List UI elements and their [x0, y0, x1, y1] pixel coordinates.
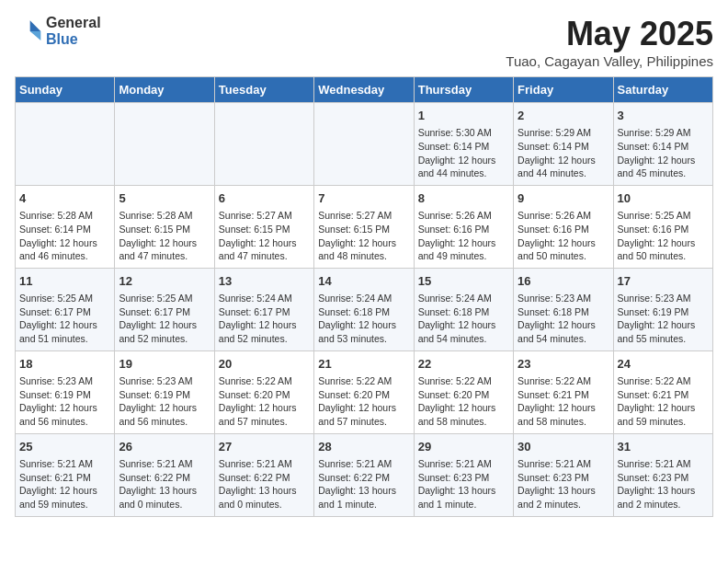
- header: General Blue May 2025 Tuao, Cagayan Vall…: [15, 15, 713, 69]
- day-info: Sunrise: 5:22 AM Sunset: 6:20 PM Dayligh…: [418, 374, 509, 429]
- day-number: 26: [119, 439, 210, 455]
- week-row-5: 25Sunrise: 5:21 AM Sunset: 6:21 PM Dayli…: [16, 433, 713, 516]
- day-number: 15: [418, 273, 509, 290]
- day-cell: 29Sunrise: 5:21 AM Sunset: 6:23 PM Dayli…: [414, 433, 513, 516]
- day-info: Sunrise: 5:28 AM Sunset: 6:14 PM Dayligh…: [19, 209, 110, 263]
- day-cell: 16Sunrise: 5:23 AM Sunset: 6:18 PM Dayli…: [514, 268, 613, 350]
- day-cell: 18Sunrise: 5:23 AM Sunset: 6:19 PM Dayli…: [16, 350, 115, 433]
- logo-icon: [15, 17, 42, 45]
- day-info: Sunrise: 5:27 AM Sunset: 6:15 PM Dayligh…: [318, 209, 409, 263]
- day-cell: 11Sunrise: 5:25 AM Sunset: 6:17 PM Dayli…: [16, 268, 115, 350]
- col-header-sunday: Sunday: [16, 77, 115, 103]
- day-cell: 10Sunrise: 5:25 AM Sunset: 6:16 PM Dayli…: [613, 185, 712, 268]
- day-cell: 30Sunrise: 5:21 AM Sunset: 6:23 PM Dayli…: [514, 433, 613, 516]
- day-info: Sunrise: 5:25 AM Sunset: 6:16 PM Dayligh…: [618, 209, 709, 263]
- day-number: 13: [219, 273, 310, 290]
- day-number: 21: [318, 356, 409, 373]
- day-cell: 12Sunrise: 5:25 AM Sunset: 6:17 PM Dayli…: [115, 268, 214, 350]
- day-info: Sunrise: 5:29 AM Sunset: 6:14 PM Dayligh…: [618, 126, 709, 180]
- day-cell: 1Sunrise: 5:30 AM Sunset: 6:14 PM Daylig…: [414, 103, 513, 186]
- day-number: 5: [119, 190, 210, 207]
- day-number: 29: [418, 439, 509, 455]
- day-number: 20: [219, 356, 310, 373]
- day-number: 9: [518, 190, 609, 207]
- day-cell: 3Sunrise: 5:29 AM Sunset: 6:14 PM Daylig…: [613, 103, 712, 186]
- day-number: 24: [618, 356, 709, 373]
- day-cell: 7Sunrise: 5:27 AM Sunset: 6:15 PM Daylig…: [314, 185, 414, 268]
- day-cell: 20Sunrise: 5:22 AM Sunset: 6:20 PM Dayli…: [214, 350, 313, 433]
- day-info: Sunrise: 5:21 AM Sunset: 6:23 PM Dayligh…: [618, 457, 709, 511]
- col-header-monday: Monday: [115, 77, 214, 103]
- day-number: 19: [119, 356, 210, 373]
- day-info: Sunrise: 5:23 AM Sunset: 6:19 PM Dayligh…: [19, 374, 110, 429]
- day-cell: 27Sunrise: 5:21 AM Sunset: 6:22 PM Dayli…: [214, 433, 313, 516]
- day-info: Sunrise: 5:24 AM Sunset: 6:17 PM Dayligh…: [219, 292, 310, 346]
- header-row: SundayMondayTuesdayWednesdayThursdayFrid…: [16, 77, 713, 103]
- col-header-tuesday: Tuesday: [214, 77, 313, 103]
- day-number: 22: [418, 356, 509, 373]
- subtitle: Tuao, Cagayan Valley, Philippines: [506, 53, 713, 69]
- day-info: Sunrise: 5:21 AM Sunset: 6:22 PM Dayligh…: [318, 457, 409, 511]
- day-cell: 22Sunrise: 5:22 AM Sunset: 6:20 PM Dayli…: [414, 350, 513, 433]
- week-row-1: 1Sunrise: 5:30 AM Sunset: 6:14 PM Daylig…: [16, 103, 713, 186]
- day-info: Sunrise: 5:26 AM Sunset: 6:16 PM Dayligh…: [518, 209, 609, 263]
- day-cell: 4Sunrise: 5:28 AM Sunset: 6:14 PM Daylig…: [16, 185, 115, 268]
- day-info: Sunrise: 5:23 AM Sunset: 6:18 PM Dayligh…: [518, 292, 609, 346]
- day-cell: 9Sunrise: 5:26 AM Sunset: 6:16 PM Daylig…: [514, 185, 613, 268]
- week-row-2: 4Sunrise: 5:28 AM Sunset: 6:14 PM Daylig…: [16, 185, 713, 268]
- day-info: Sunrise: 5:22 AM Sunset: 6:20 PM Dayligh…: [219, 374, 310, 429]
- day-number: 10: [618, 190, 709, 207]
- col-header-saturday: Saturday: [613, 77, 712, 103]
- day-cell: 21Sunrise: 5:22 AM Sunset: 6:20 PM Dayli…: [314, 350, 414, 433]
- day-cell: [115, 103, 214, 186]
- col-header-thursday: Thursday: [414, 77, 513, 103]
- day-info: Sunrise: 5:28 AM Sunset: 6:15 PM Dayligh…: [119, 209, 210, 263]
- col-header-friday: Friday: [514, 77, 613, 103]
- day-number: 16: [518, 273, 609, 290]
- logo-text: General Blue: [46, 15, 101, 47]
- logo-blue-text: Blue: [46, 31, 101, 48]
- day-cell: 17Sunrise: 5:23 AM Sunset: 6:19 PM Dayli…: [613, 268, 712, 350]
- day-cell: 5Sunrise: 5:28 AM Sunset: 6:15 PM Daylig…: [115, 185, 214, 268]
- day-cell: 28Sunrise: 5:21 AM Sunset: 6:22 PM Dayli…: [314, 433, 414, 516]
- day-info: Sunrise: 5:27 AM Sunset: 6:15 PM Dayligh…: [219, 209, 310, 263]
- day-cell: 8Sunrise: 5:26 AM Sunset: 6:16 PM Daylig…: [414, 185, 513, 268]
- col-header-wednesday: Wednesday: [314, 77, 414, 103]
- day-cell: [214, 103, 313, 186]
- calendar-table: SundayMondayTuesdayWednesdayThursdayFrid…: [15, 76, 713, 517]
- day-info: Sunrise: 5:25 AM Sunset: 6:17 PM Dayligh…: [19, 292, 110, 346]
- day-info: Sunrise: 5:22 AM Sunset: 6:21 PM Dayligh…: [618, 374, 709, 429]
- day-info: Sunrise: 5:21 AM Sunset: 6:22 PM Dayligh…: [119, 457, 210, 511]
- day-cell: [16, 103, 115, 186]
- day-number: 7: [318, 190, 409, 207]
- title-area: May 2025 Tuao, Cagayan Valley, Philippin…: [506, 15, 713, 69]
- day-info: Sunrise: 5:23 AM Sunset: 6:19 PM Dayligh…: [618, 292, 709, 346]
- day-cell: 13Sunrise: 5:24 AM Sunset: 6:17 PM Dayli…: [214, 268, 313, 350]
- day-cell: 24Sunrise: 5:22 AM Sunset: 6:21 PM Dayli…: [613, 350, 712, 433]
- day-info: Sunrise: 5:21 AM Sunset: 6:21 PM Dayligh…: [19, 457, 110, 511]
- logo: General Blue: [15, 15, 101, 47]
- day-info: Sunrise: 5:21 AM Sunset: 6:23 PM Dayligh…: [518, 457, 609, 511]
- main-title: May 2025: [506, 15, 713, 53]
- day-number: 6: [219, 190, 310, 207]
- day-info: Sunrise: 5:29 AM Sunset: 6:14 PM Dayligh…: [518, 126, 609, 180]
- day-number: 18: [19, 356, 110, 373]
- day-cell: 19Sunrise: 5:23 AM Sunset: 6:19 PM Dayli…: [115, 350, 214, 433]
- logo-general-text: General: [46, 15, 101, 31]
- day-cell: 26Sunrise: 5:21 AM Sunset: 6:22 PM Dayli…: [115, 433, 214, 516]
- day-number: 4: [19, 190, 110, 207]
- day-number: 23: [518, 356, 609, 373]
- day-cell: 15Sunrise: 5:24 AM Sunset: 6:18 PM Dayli…: [414, 268, 513, 350]
- day-number: 1: [418, 108, 509, 124]
- day-info: Sunrise: 5:22 AM Sunset: 6:20 PM Dayligh…: [318, 374, 409, 429]
- day-cell: 14Sunrise: 5:24 AM Sunset: 6:18 PM Dayli…: [314, 268, 414, 350]
- day-number: 17: [618, 273, 709, 290]
- day-info: Sunrise: 5:24 AM Sunset: 6:18 PM Dayligh…: [418, 292, 509, 346]
- day-number: 31: [618, 439, 709, 455]
- day-cell: [314, 103, 414, 186]
- svg-marker-1: [30, 31, 41, 40]
- day-info: Sunrise: 5:26 AM Sunset: 6:16 PM Dayligh…: [418, 209, 509, 263]
- svg-marker-0: [30, 20, 41, 31]
- day-number: 8: [418, 190, 509, 207]
- day-info: Sunrise: 5:23 AM Sunset: 6:19 PM Dayligh…: [119, 374, 210, 429]
